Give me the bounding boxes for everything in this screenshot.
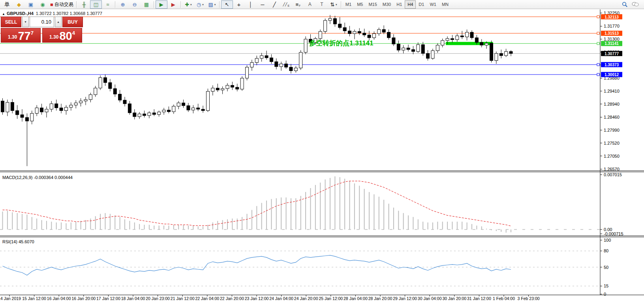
arrows-dropdown[interactable]: ⇅▾ <box>328 0 340 9</box>
fibonacci-button[interactable]: ≡F <box>292 0 304 9</box>
candle-body <box>446 39 449 41</box>
candle-body <box>505 52 508 56</box>
toolbar-separator <box>341 1 342 8</box>
new-order-button[interactable]: 单 <box>1 0 13 9</box>
line-chart-button[interactable]: ≈ <box>102 0 114 9</box>
auto-scroll-button[interactable]: ▶ <box>156 0 167 9</box>
candle-body <box>299 52 302 68</box>
candle-body <box>240 78 244 89</box>
tile-windows-button[interactable]: ▦ <box>141 0 152 9</box>
candle-body <box>40 108 43 112</box>
candle-body <box>226 85 229 88</box>
time-tick-label: 30 Jan 20:00 <box>442 296 466 301</box>
trendline-button[interactable]: ╱ <box>268 0 280 9</box>
horizontal-line-button[interactable]: ─ <box>257 0 268 9</box>
timeframe-d1[interactable]: D1 <box>416 0 427 9</box>
collapse-arrow-icon[interactable]: ▲ <box>2 12 5 16</box>
line-anchor-square[interactable] <box>597 42 599 45</box>
sell-button[interactable]: SELL <box>1 17 21 27</box>
timeframe-h4[interactable]: H4 <box>405 0 416 9</box>
candle-body <box>275 62 278 67</box>
time-tick-label: 24 Jan 20:00 <box>294 296 318 301</box>
rsi-axis-label: 100 <box>604 238 611 242</box>
candlestick-button[interactable]: ◫ <box>90 0 102 9</box>
cursor-button[interactable]: ↖ <box>221 0 233 9</box>
toolbar-separator <box>115 1 116 8</box>
charts-icon[interactable]: ◆ <box>13 0 25 9</box>
price-tick-label: 1.27050 <box>604 154 620 159</box>
line-anchor-square[interactable] <box>597 32 599 34</box>
autotrading-button[interactable]: ■自动交易 <box>49 0 75 9</box>
candle-body <box>11 103 14 111</box>
macd-label: MACD(12,26,9) -0.000364 0.000444 <box>2 175 73 180</box>
candle-body <box>201 109 205 110</box>
label-button[interactable]: T <box>316 0 328 9</box>
zoom-in-button[interactable]: ⊕ <box>117 0 129 9</box>
candle-body <box>304 39 307 52</box>
candle-body <box>475 38 478 43</box>
rsi-axis-label: 15 <box>604 283 608 288</box>
volume-up-button[interactable]: ▴ <box>55 17 62 27</box>
volume-down-button[interactable]: ▾ <box>22 17 29 27</box>
candle-body <box>411 50 415 52</box>
text-button[interactable]: A <box>304 0 316 9</box>
price-tick-label: 1.31300 <box>604 37 620 41</box>
candle-body <box>246 67 249 78</box>
time-tick-label: 14 Jan 2019 <box>0 296 21 301</box>
search-icon[interactable] <box>622 2 628 7</box>
profiles-dropdown[interactable]: ◷▾ <box>194 0 206 9</box>
time-tick-label: 17 Jan 12:00 <box>96 296 120 301</box>
candle-body <box>152 113 156 114</box>
time-tick-label: 29 Jan 12:00 <box>393 296 417 301</box>
rsi-axis-label: 0 <box>604 292 606 297</box>
toolbar-separator <box>154 1 154 8</box>
vertical-line-button[interactable]: │ <box>245 0 257 9</box>
chart-annotation[interactable]: 多空转折的点1.31141 <box>309 39 374 47</box>
candle-body <box>99 78 102 88</box>
line-anchor-square[interactable] <box>597 63 599 66</box>
volume-input[interactable] <box>30 17 54 27</box>
macd-axis-label: -0.000715 <box>604 231 623 236</box>
buy-price-box[interactable]: 1.30804 <box>42 28 82 43</box>
candle-body <box>324 21 327 32</box>
candle-body <box>162 110 165 112</box>
candle-body <box>55 104 58 108</box>
zoom-out-button[interactable]: ⊖ <box>129 0 141 9</box>
candle-body <box>113 89 116 94</box>
buy-button[interactable]: BUY <box>62 17 83 27</box>
rsi-axis-label: 50 <box>604 265 608 270</box>
candle-body <box>382 30 385 32</box>
channel-button[interactable]: ╱╱E <box>280 0 292 9</box>
timeframe-w1[interactable]: W1 <box>427 0 439 9</box>
candle-body <box>348 31 351 34</box>
time-tick-label: 16 Jan 04:00 <box>47 296 71 301</box>
candle-body <box>397 44 400 50</box>
timeframe-m15[interactable]: M15 <box>366 0 379 9</box>
time-tick-label: 30 Jan 04:00 <box>418 296 442 301</box>
timeframe-m30[interactable]: M30 <box>380 0 394 9</box>
crosshair-button[interactable]: + <box>233 0 245 9</box>
timeframe-h1[interactable]: H1 <box>394 0 405 9</box>
candle-body <box>84 100 87 101</box>
chart-canvas[interactable]: 多空转折的点1.311411.322501.317701.313001.3083… <box>0 9 644 301</box>
chat-icon[interactable] <box>632 2 639 7</box>
time-tick-label: 15 Jan 12:00 <box>22 296 46 301</box>
chart-shift-button[interactable]: ▶ <box>167 0 179 9</box>
signals-icon[interactable]: ◉ <box>37 0 49 9</box>
bar-chart-button[interactable]: ╫ <box>78 0 90 9</box>
timeframe-mn[interactable]: MN <box>439 0 451 9</box>
candle-body <box>289 67 293 71</box>
line-anchor-square[interactable] <box>597 16 599 18</box>
templates-dropdown[interactable]: ▨▾ <box>206 0 218 9</box>
candle-body <box>50 104 53 109</box>
sell-price-box[interactable]: 1.30777 <box>1 28 41 43</box>
candle-body <box>45 109 48 112</box>
line-anchor-square[interactable] <box>597 73 599 76</box>
new-chart-dropdown[interactable]: ✚▾ <box>182 0 194 9</box>
candle-body <box>480 43 483 45</box>
timeframe-m1[interactable]: M1 <box>343 0 354 9</box>
profile-icon[interactable]: ▣ <box>25 0 37 9</box>
candle-body <box>128 104 131 113</box>
candle-body <box>21 115 24 117</box>
timeframe-m5[interactable]: M5 <box>354 0 366 9</box>
